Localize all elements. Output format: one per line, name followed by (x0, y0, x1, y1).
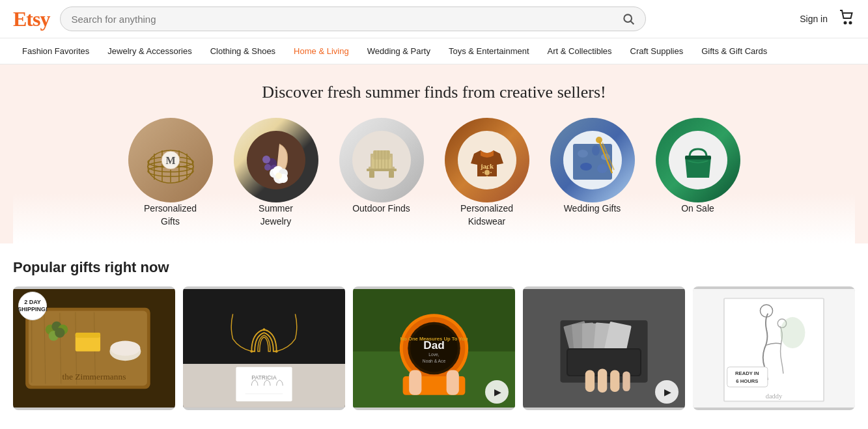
svg-point-0 (624, 14, 632, 22)
search-icon (622, 12, 635, 25)
svg-text:Dad: Dad (423, 339, 445, 352)
nav-item-jewelry[interactable]: Jewelry & Accessories (98, 38, 201, 64)
header: Etsy Sign in (0, 0, 868, 38)
svg-rect-37 (367, 169, 397, 171)
product-image-2: PATRICIA (183, 286, 345, 410)
svg-point-55 (596, 137, 602, 143)
category-circle-4: jack (445, 118, 529, 202)
nav-item-home[interactable]: Home & Living (285, 38, 358, 64)
nav-item-clothing[interactable]: Clothing & Shoes (201, 38, 285, 64)
category-outdoor-finds[interactable]: Outdoor Finds (339, 118, 424, 228)
sign-in-link[interactable]: Sign in (800, 14, 828, 24)
svg-point-118 (780, 317, 805, 348)
svg-text:the Zimmermanns: the Zimmermanns (63, 372, 126, 381)
svg-point-17 (262, 156, 270, 163)
category-wedding-gifts[interactable]: Wedding Gifts (550, 118, 635, 228)
category-circle-5 (550, 118, 635, 202)
nav-item-toys[interactable]: Toys & Entertainment (440, 38, 539, 64)
nav-item-art[interactable]: Art & Collectibles (539, 38, 621, 64)
svg-rect-110 (610, 370, 619, 393)
svg-text:READY IN: READY IN (735, 370, 759, 376)
svg-point-25 (275, 173, 282, 179)
banner-title: Discover fresh summer finds from creativ… (13, 83, 855, 102)
category-label-1: PersonalizedGifts (144, 202, 197, 228)
svg-text:Noah & Ace: Noah & Ace (423, 359, 446, 363)
banner: Discover fresh summer finds from creativ… (0, 64, 868, 243)
svg-text:Love,: Love, (428, 353, 440, 357)
play-button-4[interactable] (655, 380, 679, 404)
svg-text:PATRICIA: PATRICIA (251, 374, 277, 381)
svg-rect-97 (409, 370, 421, 395)
nav-item-wedding[interactable]: Wedding & Party (358, 38, 440, 64)
svg-point-53 (597, 164, 608, 173)
product-image-5: daddy READY IN 6 HOURS (693, 286, 855, 410)
svg-point-71 (55, 328, 64, 338)
nav-item-craft[interactable]: Craft Supplies (621, 38, 693, 64)
svg-text:M: M (165, 155, 175, 166)
svg-rect-73 (76, 333, 100, 338)
category-circle-1: M (128, 118, 213, 202)
svg-point-80 (263, 329, 266, 331)
svg-point-2 (845, 22, 847, 24)
svg-point-42 (484, 170, 490, 175)
svg-text:6 HOURS: 6 HOURS (736, 378, 758, 384)
category-label-5: Wedding Gifts (564, 202, 621, 215)
play-button-3[interactable] (485, 380, 509, 404)
svg-point-18 (264, 164, 271, 171)
category-label-3: Outdoor Finds (352, 202, 410, 215)
svg-point-75 (110, 341, 140, 356)
search-bar (60, 7, 646, 31)
nav-item-gifts[interactable]: Gifts & Gift Cards (692, 38, 776, 64)
product-card-1[interactable]: 2 DAYSHIPPING! (13, 286, 175, 410)
nav-item-fashion[interactable]: Fashion Favorites (13, 38, 98, 64)
shipping-badge: 2 DAYSHIPPING! (18, 292, 47, 320)
nav: Fashion Favorites Jewelry & Accessories … (0, 38, 868, 64)
category-circle-3 (339, 118, 424, 202)
category-kidswear[interactable]: jack PersonalizedKidswear (445, 118, 529, 228)
category-label-2: SummerJewelry (259, 202, 293, 228)
search-button[interactable] (622, 12, 635, 25)
popular-title: Popular gifts right now (13, 259, 855, 276)
category-circle-6 (656, 118, 740, 202)
svg-rect-38 (369, 171, 374, 178)
product-card-3[interactable]: No One Measures Up To You Dad Love, Noah… (353, 286, 515, 410)
search-input[interactable] (71, 14, 622, 25)
header-actions: Sign in (800, 8, 855, 29)
category-list: M PersonalizedGifts (13, 118, 855, 243)
logo[interactable]: Etsy (13, 7, 49, 31)
product-image-3: No One Measures Up To You Dad Love, Noah… (353, 286, 515, 410)
cart-icon[interactable] (838, 8, 855, 29)
category-label-6: On Sale (681, 202, 714, 215)
popular-section: Popular gifts right now 2 DAYSHIPPING! (0, 243, 868, 410)
svg-rect-39 (389, 171, 394, 178)
product-image-4 (523, 286, 685, 410)
svg-point-49 (578, 150, 588, 158)
product-image-1: 2 DAYSHIPPING! (13, 286, 175, 410)
product-grid: 2 DAYSHIPPING! (13, 286, 855, 410)
product-card-5[interactable]: daddy READY IN 6 HOURS (693, 286, 855, 410)
svg-rect-58 (685, 156, 711, 159)
svg-rect-109 (598, 369, 607, 393)
svg-line-1 (631, 21, 634, 25)
product-card-4[interactable] (523, 286, 685, 410)
svg-point-50 (592, 145, 600, 156)
svg-point-52 (580, 163, 592, 171)
category-circle-2 (234, 118, 318, 202)
category-label-4: PersonalizedKidswear (460, 202, 513, 228)
category-summer-jewelry[interactable]: SummerJewelry (234, 118, 318, 228)
svg-rect-98 (447, 370, 459, 395)
svg-text:daddy: daddy (766, 393, 783, 400)
svg-rect-108 (585, 370, 595, 393)
svg-point-3 (850, 22, 852, 24)
category-personalized-gifts[interactable]: M PersonalizedGifts (128, 118, 213, 228)
product-card-2[interactable]: PATRICIA (183, 286, 345, 410)
category-on-sale[interactable]: On Sale (656, 118, 740, 228)
svg-rect-111 (623, 372, 630, 392)
